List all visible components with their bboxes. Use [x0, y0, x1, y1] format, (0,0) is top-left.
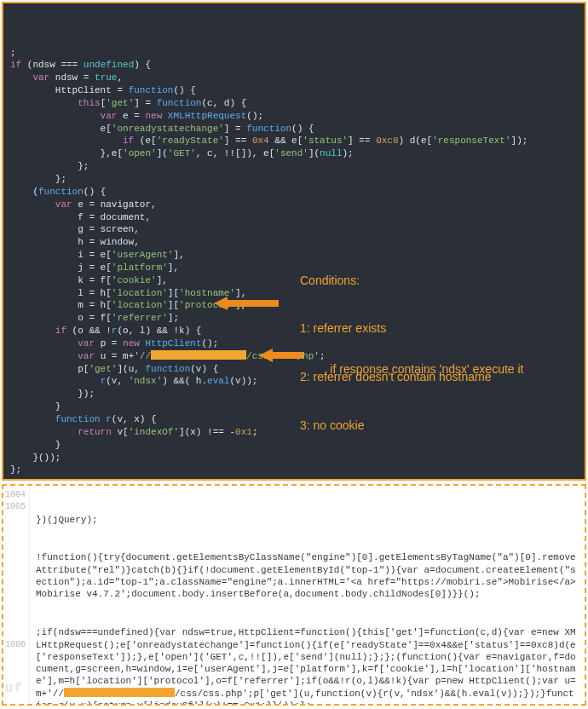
- redacted-domain: [151, 350, 246, 360]
- screenshot-frame: ; if (ndsw === undefined) { var ndsw = t…: [0, 0, 588, 709]
- redacted-domain: [64, 688, 175, 697]
- light-code-block: 1004 1005 1006 uf })(jQuery); !function(…: [2, 484, 586, 706]
- code-row-1005: !function(){try{document.getElementsByCl…: [36, 551, 579, 600]
- line-number: 1006: [3, 639, 29, 651]
- pretty-code: ; if (ndsw === undefined) { var ndsw = t…: [10, 34, 578, 481]
- dark-code-block: ; if (ndsw === undefined) { var ndsw = t…: [2, 2, 586, 481]
- watermark: uf: [5, 680, 23, 699]
- code-row-1004: })(jQuery);: [36, 514, 579, 526]
- minified-code: })(jQuery); !function(){try{document.get…: [36, 489, 579, 706]
- code-row-1006: ;if(ndsw===undefined){var ndsw=true,Http…: [36, 626, 579, 706]
- line-number: 1005: [3, 501, 29, 513]
- line-number-gutter: 1004 1005 1006 uf: [3, 486, 30, 704]
- line-number: 1004: [3, 489, 29, 501]
